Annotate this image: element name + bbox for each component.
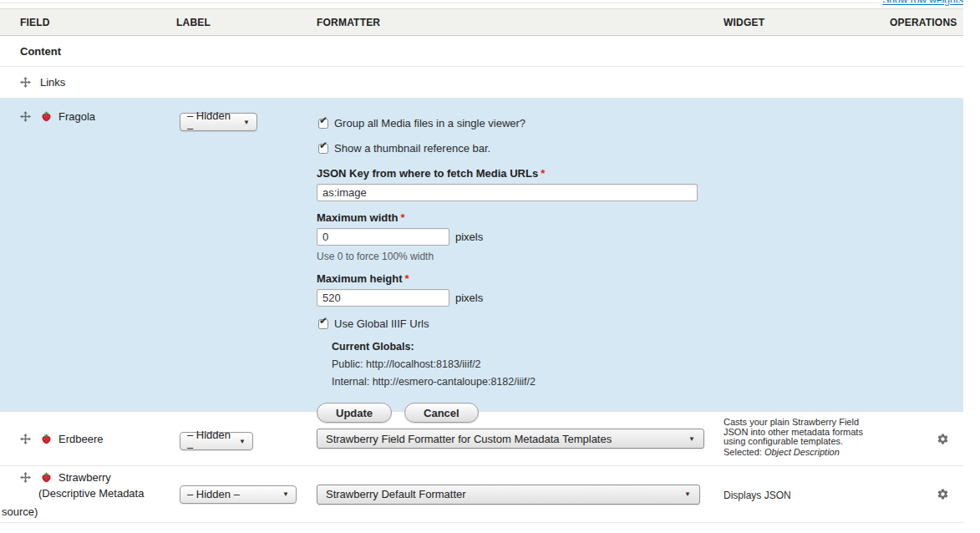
- fragola-formatter-settings-form: ✔ Group all Media files in a single view…: [317, 99, 724, 423]
- current-globals-title: Current Globals:: [332, 338, 724, 356]
- strawberry-field-icon: [40, 471, 53, 484]
- selected-formatter-label: Strawberry Default Formatter: [326, 488, 466, 500]
- pixels-suffix: pixels: [455, 231, 483, 243]
- selected-template-value: Object Description: [764, 447, 840, 457]
- operations-cell-erdbeere: [890, 433, 963, 445]
- update-button[interactable]: Update: [317, 403, 392, 423]
- drag-handle-icon[interactable]: [20, 472, 31, 483]
- field-label-fragola: Fragola: [58, 110, 95, 123]
- fragola-label-select[interactable]: – Hidden – ▼: [180, 113, 257, 131]
- formatter-summary: Casts your plain Strawberry Field JSON i…: [724, 418, 872, 457]
- column-header-widget: WIDGET: [724, 17, 890, 28]
- manage-display-page: Show row weights FIELD LABEL FORMATTER W…: [0, 0, 980, 533]
- cancel-button[interactable]: Cancel: [404, 403, 479, 423]
- strawberry-label-select[interactable]: – Hidden – ▼: [180, 485, 297, 504]
- global-iiif-checkbox-row: ✔ Use Global IIIF Urls: [317, 317, 724, 330]
- drag-handle-icon[interactable]: [20, 77, 31, 88]
- selected-option-label: – Hidden –: [187, 429, 232, 454]
- checkmark-icon: ✔: [319, 115, 328, 125]
- formatter-cell-erdbeere: Strawberry Field Formatter for Custom Me…: [317, 429, 724, 449]
- selected-option-label: – Hidden –: [187, 488, 240, 500]
- formatter-summary: Displays JSON: [724, 490, 791, 501]
- max-height-label: Maximum height*: [317, 272, 724, 285]
- label-cell-strawberry: – Hidden – ▼: [176, 485, 317, 504]
- widget-cell-strawberry: Displays JSON: [724, 487, 890, 502]
- top-divider: [0, 3, 963, 3]
- chevron-down-icon: ▼: [688, 435, 695, 443]
- thumbnail-checkbox-row: ✔ Show a thumbnail reference bar.: [317, 142, 724, 155]
- json-key-input[interactable]: [317, 184, 698, 201]
- column-header-operations: OPERATIONS: [890, 17, 963, 28]
- checkmark-icon: ✔: [319, 140, 328, 150]
- row-group-content: Content: [0, 36, 963, 67]
- required-marker: *: [541, 167, 545, 180]
- current-globals-block: Current Globals: Public: http://localhos…: [332, 338, 724, 391]
- global-iiif-checkbox-label: Use Global IIIF Urls: [334, 317, 429, 330]
- column-header-field: FIELD: [0, 17, 176, 28]
- fields-display-table: FIELD LABEL FORMATTER WIDGET OPERATIONS …: [0, 8, 963, 523]
- column-header-label: LABEL: [176, 17, 317, 28]
- pixels-suffix: pixels: [455, 292, 483, 304]
- column-header-formatter: FORMATTER: [317, 17, 724, 28]
- table-row-strawberry: Strawberry (Descriptive Metadata source)…: [0, 466, 963, 523]
- field-description-strawberry: (Descriptive Metadata source): [2, 485, 148, 521]
- checkmark-icon: ✔: [319, 316, 328, 326]
- chevron-down-icon: ▼: [243, 119, 250, 126]
- required-marker: *: [401, 211, 405, 224]
- erdbeere-label-select[interactable]: – Hidden – ▼: [180, 432, 253, 450]
- field-cell-links: Links: [0, 76, 176, 89]
- drag-handle-icon[interactable]: [20, 434, 31, 444]
- field-label-links: Links: [40, 76, 65, 89]
- selected-option-label: – Hidden –: [187, 109, 236, 135]
- operations-cell-strawberry: [890, 488, 963, 500]
- field-cell-strawberry: Strawberry (Descriptive Metadata source): [0, 466, 176, 521]
- settings-buttons-row: Update Cancel: [317, 403, 724, 423]
- max-height-input[interactable]: [317, 289, 449, 307]
- selected-formatter-label: Strawberry Field Formatter for Custom Me…: [326, 433, 612, 445]
- field-label-strawberry: Strawberry: [58, 471, 111, 484]
- chevron-down-icon: ▼: [239, 438, 246, 445]
- group-viewer-checkbox-row: ✔ Group all Media files in a single view…: [317, 117, 724, 129]
- formatter-cell-strawberry: Strawberry Default Formatter ▼: [317, 485, 724, 505]
- group-label-content: Content: [0, 45, 176, 58]
- group-viewer-checkbox[interactable]: ✔: [318, 119, 328, 129]
- table-row-links: Links: [0, 67, 963, 99]
- json-key-label: JSON Key from where to fetch Media URLs*: [317, 167, 724, 180]
- label-cell-erdbeere: – Hidden – ▼: [176, 427, 317, 450]
- erdbeere-settings-gear-button[interactable]: [937, 433, 949, 445]
- global-iiif-checkbox[interactable]: ✔: [318, 319, 328, 329]
- selected-template-label: Selected:: [724, 447, 762, 457]
- drag-handle-icon[interactable]: [20, 111, 31, 122]
- label-cell-fragola: – Hidden – ▼: [176, 99, 317, 131]
- field-cell-erdbeere: Erdbeere: [0, 433, 176, 445]
- chevron-down-icon: ▼: [282, 490, 289, 498]
- max-width-input[interactable]: [317, 228, 449, 246]
- table-row-fragola: Fragola – Hidden – ▼ ✔ Group all Media f…: [0, 99, 963, 412]
- strawberry-field-icon: [40, 110, 53, 123]
- required-marker: *: [405, 272, 409, 285]
- erdbeere-formatter-select[interactable]: Strawberry Field Formatter for Custom Me…: [317, 429, 704, 449]
- chevron-down-icon: ▼: [684, 490, 691, 498]
- strawberry-settings-gear-button[interactable]: [937, 488, 949, 500]
- max-width-label: Maximum width*: [317, 211, 724, 224]
- strawberry-field-icon: [40, 433, 53, 445]
- strawberry-formatter-select[interactable]: Strawberry Default Formatter ▼: [317, 485, 700, 505]
- internal-iiif-url: Internal: http://esmero-cantaloupe:8182/…: [332, 373, 724, 391]
- max-width-help-text: Use 0 to force 100% width: [317, 251, 724, 262]
- field-cell-fragola: Fragola: [0, 99, 176, 123]
- widget-cell-erdbeere: Casts your plain Strawberry Field JSON i…: [724, 412, 890, 457]
- table-header-row: FIELD LABEL FORMATTER WIDGET OPERATIONS: [0, 8, 963, 36]
- group-viewer-checkbox-label: Group all Media files in a single viewer…: [334, 117, 526, 129]
- thumbnail-checkbox-label: Show a thumbnail reference bar.: [334, 142, 490, 155]
- field-label-erdbeere: Erdbeere: [58, 433, 103, 445]
- thumbnail-checkbox[interactable]: ✔: [318, 144, 328, 154]
- public-iiif-url: Public: http://localhost:8183/iiif/2: [332, 356, 724, 373]
